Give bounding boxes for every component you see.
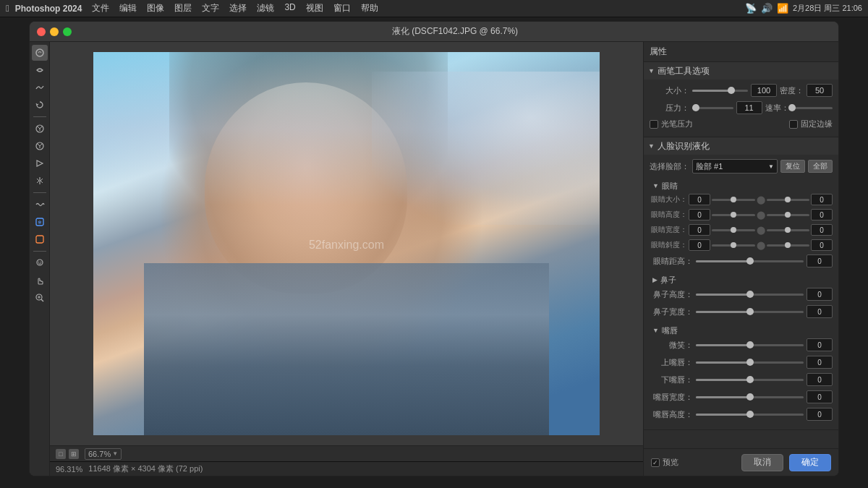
zoom-display[interactable]: 66.7% ▼ xyxy=(85,448,122,460)
face-dropdown[interactable]: 脸部 #1 ▼ xyxy=(692,159,778,174)
menu-3d[interactable]: 3D xyxy=(280,1,299,16)
nose-height-slider[interactable] xyxy=(696,294,804,296)
eye-distance-slider[interactable] xyxy=(696,260,804,262)
eye-width-right-slider[interactable] xyxy=(767,229,810,231)
mouth-height-slider[interactable] xyxy=(696,414,804,416)
menu-edit[interactable]: 编辑 xyxy=(115,1,141,16)
canvas-image-container[interactable]: 52fanxing.com xyxy=(50,42,643,445)
nose-width-label: 鼻子宽度： xyxy=(650,307,693,317)
eye-size-left-val[interactable]: 0 xyxy=(689,194,710,205)
tool-liquify-push[interactable] xyxy=(32,45,48,61)
eye-width-left-val[interactable]: 0 xyxy=(689,224,710,236)
mouth-height-val[interactable]: 0 xyxy=(807,408,833,421)
tool-bloat[interactable] xyxy=(32,138,48,154)
tool-smooth[interactable] xyxy=(32,80,48,95)
pressure-slider[interactable] xyxy=(692,107,733,109)
menu-bar: 文件 编辑 图像 图层 文字 选择 滤镜 3D 视图 窗口 帮助 xyxy=(88,1,382,16)
mouth-subsection-header[interactable]: ▼ 嘴唇 xyxy=(650,322,833,338)
eye-size-right-val[interactable]: 0 xyxy=(811,194,833,205)
density-value[interactable]: 50 xyxy=(807,84,833,97)
lower-lip-slider-wrap xyxy=(696,379,804,381)
eye-tilt-left-val[interactable]: 0 xyxy=(689,239,710,251)
eye-distance-val[interactable]: 0 xyxy=(807,254,833,267)
tool-thaw-mask[interactable] xyxy=(32,231,48,247)
menu-text[interactable]: 文字 xyxy=(197,1,224,16)
stylus-checkbox[interactable] xyxy=(650,120,658,129)
mouth-width-label: 嘴唇宽度： xyxy=(650,392,693,403)
eye-height-left-slider[interactable] xyxy=(712,214,755,216)
brush-section-header[interactable]: ▼ 画笔工具选项 xyxy=(644,62,838,80)
menu-view[interactable]: 视图 xyxy=(302,1,328,16)
canvas-bottom-bar: □ ⊞ 66.7% ▼ xyxy=(50,445,643,461)
tool-face[interactable] xyxy=(32,255,48,271)
eyes-subsection-header[interactable]: ▼ 眼睛 xyxy=(650,178,833,194)
smile-val[interactable]: 0 xyxy=(807,338,833,351)
preview-checkbox[interactable]: ✓ xyxy=(651,458,660,467)
eye-height-right-slider[interactable] xyxy=(767,214,810,216)
panel-content[interactable]: ▼ 画笔工具选项 大小： xyxy=(644,62,838,448)
eyes-subsection: ▼ 眼睛 眼睛大小： 0 ⬤ 0 xyxy=(650,178,833,267)
maximize-button[interactable] xyxy=(63,27,72,36)
brush-size-row: 大小： 100 密度： 50 xyxy=(650,84,833,97)
tool-reconstruct[interactable] xyxy=(32,62,48,78)
tool-hand[interactable] xyxy=(32,273,48,288)
nose-width-slider[interactable] xyxy=(696,311,804,313)
cancel-button[interactable]: 取消 xyxy=(741,454,783,471)
preview-label: 预览 xyxy=(663,457,678,468)
panel-title: 属性 xyxy=(650,46,667,58)
menu-help[interactable]: 帮助 xyxy=(357,1,383,16)
upper-lip-val[interactable]: 0 xyxy=(807,356,833,369)
menu-file[interactable]: 文件 xyxy=(88,1,114,16)
eye-size-left-slider[interactable] xyxy=(712,199,755,201)
eye-width-right-val[interactable]: 0 xyxy=(811,224,833,236)
app-window: 液化 (DSCF1042.JPG @ 66.7%) xyxy=(29,21,839,476)
close-button[interactable] xyxy=(37,27,46,36)
eye-tilt-left-slider[interactable] xyxy=(712,244,755,247)
status-dimensions: 11648 像素 × 4304 像素 (72 ppi) xyxy=(88,463,203,474)
menu-layers[interactable]: 图层 xyxy=(170,1,196,16)
menu-select[interactable]: 选择 xyxy=(225,1,251,16)
tool-twirl-cw[interactable] xyxy=(32,97,48,113)
confirm-button[interactable]: 确定 xyxy=(789,454,831,471)
menu-image[interactable]: 图像 xyxy=(142,1,169,16)
svg-point-13 xyxy=(37,260,43,265)
eye-tilt-right-slider[interactable] xyxy=(767,244,810,247)
face-section-title: 人脸识别液化 xyxy=(658,140,710,153)
eye-width-left-slider[interactable] xyxy=(712,229,755,231)
minimize-button[interactable] xyxy=(50,27,59,36)
tool-freeze-mask[interactable]: ❄ xyxy=(32,214,48,230)
tool-push-left[interactable] xyxy=(32,155,48,171)
tool-pucker[interactable] xyxy=(32,121,48,137)
canvas-icon-grid[interactable]: ⊞ xyxy=(69,449,79,459)
menu-window[interactable]: 窗口 xyxy=(329,1,355,16)
canvas-icon-square[interactable]: □ xyxy=(56,449,66,459)
face-section-header[interactable]: ▼ 人脸识别液化 xyxy=(644,137,838,155)
lower-lip-slider[interactable] xyxy=(696,379,804,381)
main-area: ❄ xyxy=(30,42,838,476)
lower-lip-val[interactable]: 0 xyxy=(807,373,833,386)
pressure-value[interactable]: 11 xyxy=(736,101,762,114)
menu-filter[interactable]: 滤镜 xyxy=(252,1,278,16)
upper-lip-slider[interactable] xyxy=(696,361,804,364)
tool-turbulence[interactable] xyxy=(32,197,48,213)
rate-slider[interactable] xyxy=(792,107,833,109)
tool-zoom[interactable] xyxy=(32,290,48,306)
size-slider[interactable] xyxy=(692,90,748,92)
nose-subsection-header[interactable]: ▶ 鼻子 xyxy=(650,272,833,288)
mouth-width-slider[interactable] xyxy=(696,396,804,398)
smile-slider[interactable] xyxy=(696,344,804,346)
eye-tilt-right-val[interactable]: 0 xyxy=(811,239,833,251)
face-reset-button[interactable]: 复位 xyxy=(780,160,805,173)
nose-width-val[interactable]: 0 xyxy=(807,305,833,318)
eye-height-left-val[interactable]: 0 xyxy=(689,209,710,221)
fixed-edge-checkbox[interactable] xyxy=(789,120,798,129)
size-value[interactable]: 100 xyxy=(751,84,777,97)
face-section-body: 选择脸部： 脸部 #1 ▼ 复位 全部 ▼ 眼 xyxy=(644,155,838,429)
eye-height-right-val[interactable]: 0 xyxy=(811,209,833,221)
mouth-width-val[interactable]: 0 xyxy=(807,390,833,403)
tool-mirror[interactable] xyxy=(32,173,48,189)
eye-size-right-slider[interactable] xyxy=(767,199,810,201)
tool-separator-2 xyxy=(33,192,46,193)
nose-height-val[interactable]: 0 xyxy=(807,288,833,301)
face-all-button[interactable]: 全部 xyxy=(808,160,833,173)
